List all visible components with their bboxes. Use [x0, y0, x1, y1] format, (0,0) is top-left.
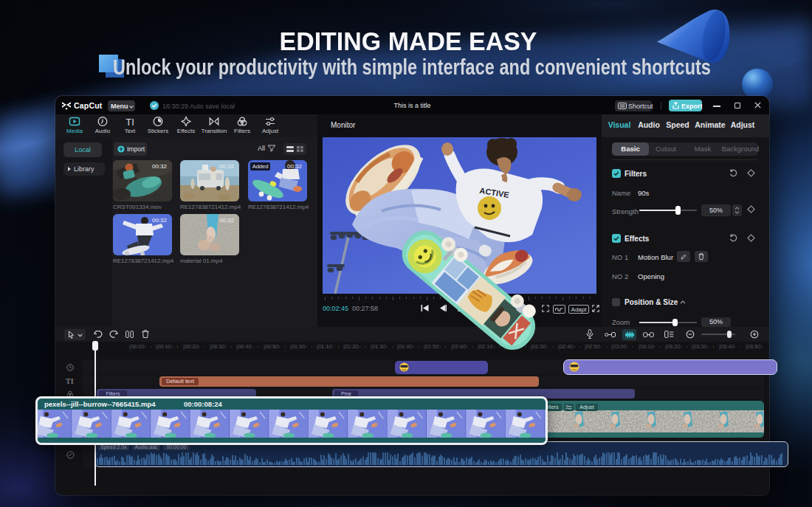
svg-text:TI: TI: [125, 117, 134, 128]
